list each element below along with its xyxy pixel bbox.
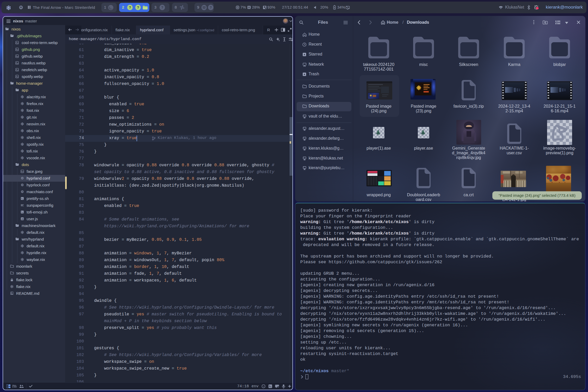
svg-text:?: ?: [210, 5, 212, 9]
svg-text:?: ?: [137, 5, 139, 9]
svg-text:JS: JS: [21, 218, 23, 220]
svg-text:?: ?: [129, 5, 131, 9]
svg-text:?: ?: [161, 5, 163, 9]
